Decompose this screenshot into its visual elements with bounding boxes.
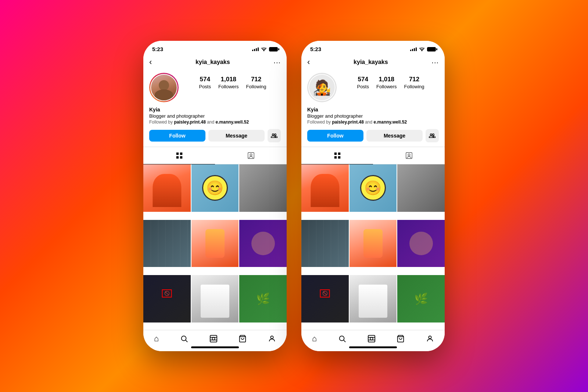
followed-by-label-2: Followed by: [307, 120, 332, 125]
svg-rect-16: [334, 153, 336, 155]
grid-cell-1-6[interactable]: [239, 220, 287, 267]
home-nav-icon-1[interactable]: ⌂: [154, 334, 159, 343]
status-time-1: 5:23: [152, 46, 163, 52]
grid-cell-1-7[interactable]: 🚫: [143, 275, 191, 322]
follower1-1[interactable]: paisley.print.48: [174, 120, 205, 125]
svg-point-6: [250, 154, 252, 156]
bio-followed-2: Followed by paisley.print.48 and e.manny…: [307, 120, 439, 125]
shop-nav-icon-1[interactable]: [239, 335, 247, 343]
battery-icon-1: [269, 47, 278, 51]
stat-followers-2[interactable]: 1,018 Followers: [376, 76, 397, 89]
grid-cell-1-9[interactable]: 🌿: [239, 275, 287, 322]
more-button-2[interactable]: ···: [431, 58, 439, 67]
grid-cell-2-1[interactable]: [301, 164, 349, 212]
stat-posts-number-2: 574: [358, 76, 368, 83]
svg-point-22: [340, 336, 344, 341]
grid-cell-1-8[interactable]: [191, 275, 239, 322]
home-bar-1: [191, 346, 239, 348]
grid-cell-2-7[interactable]: 🚫: [301, 275, 349, 322]
grid-cell-2-6[interactable]: [397, 220, 445, 267]
more-button-1[interactable]: ···: [273, 58, 281, 67]
message-button-2[interactable]: Message: [366, 130, 423, 142]
bio-desc-1: Blogger and photographer: [149, 113, 281, 119]
shop-nav-icon-2[interactable]: [397, 335, 405, 343]
stat-posts-label-1: Posts: [199, 84, 211, 89]
back-button-2[interactable]: ‹: [307, 57, 310, 67]
profile-nav-icon-2[interactable]: [426, 335, 434, 343]
grid-cell-2-8[interactable]: [349, 275, 397, 322]
bio-name-2: Kyia: [307, 107, 439, 113]
stat-posts-1[interactable]: 574 Posts: [199, 76, 211, 89]
stat-followers-number-1: 1,018: [221, 76, 237, 83]
stat-followers-number-2: 1,018: [379, 76, 395, 83]
stat-following-1[interactable]: 712 Following: [246, 76, 266, 89]
grid-cell-1-3[interactable]: [239, 164, 287, 212]
follower2-1[interactable]: e.manny.well.52: [216, 120, 249, 125]
grid-icon-1: [175, 152, 183, 160]
status-icons-1: [252, 47, 278, 51]
stat-posts-2[interactable]: 574 Posts: [357, 76, 369, 89]
profile-header-1: ‹ kyia_kayaks ···: [143, 54, 287, 70]
svg-rect-4: [180, 156, 182, 158]
bio-followed-1: Followed by paisley.print.48 and e.manny…: [149, 120, 281, 125]
and-label-2: and: [364, 120, 374, 125]
action-buttons-1: Follow Message: [143, 129, 287, 147]
avatar-wrapper-1[interactable]: [149, 73, 179, 102]
add-user-button-2[interactable]: [426, 129, 439, 142]
grid-cell-1-2[interactable]: 😊: [191, 164, 239, 212]
signal-icon-1: [252, 47, 259, 51]
reels-nav-icon-2[interactable]: [368, 335, 376, 343]
grid-cell-1-5[interactable]: [191, 220, 239, 267]
grid-cell-1-4[interactable]: [143, 220, 191, 267]
stat-following-2[interactable]: 712 Following: [404, 76, 424, 89]
grid-cell-1-1[interactable]: [143, 164, 191, 212]
follow-button-2[interactable]: Follow: [307, 130, 363, 142]
wifi-icon-1: [261, 47, 267, 51]
follower2-2[interactable]: e.manny.well.52: [374, 120, 407, 125]
action-buttons-2: Follow Message: [301, 129, 445, 147]
followed-by-label-1: Followed by: [149, 120, 174, 125]
home-indicator-1: [143, 345, 287, 351]
grid-cell-2-2[interactable]: 😊: [349, 164, 397, 212]
signal-icon-2: [410, 47, 417, 51]
bio-desc-2: Blogger and photographer: [307, 113, 439, 119]
back-button-1[interactable]: ‹: [149, 57, 152, 67]
status-bar-1: 5:23: [143, 41, 287, 54]
photo-grid-2: 😊 🚫: [301, 164, 445, 330]
bio-section-2: Kyia Blogger and photographer Followed b…: [301, 107, 445, 129]
svg-point-29: [429, 336, 431, 339]
search-nav-icon-2[interactable]: [338, 335, 346, 343]
grid-cell-2-5[interactable]: [349, 220, 397, 267]
add-person-icon-1: [271, 132, 277, 139]
add-user-button-1[interactable]: [268, 129, 281, 142]
grid-cell-2-4[interactable]: [301, 220, 349, 267]
stats-row-2: 574 Posts 1,018 Followers 712 Following: [343, 73, 439, 89]
grid-cell-2-9[interactable]: 🌿: [397, 275, 445, 322]
svg-rect-1: [176, 153, 178, 155]
avatar-inner-2: 🧑‍🎤: [308, 74, 336, 101]
stat-followers-1[interactable]: 1,018 Followers: [218, 76, 239, 89]
tab-grid-2[interactable]: [301, 147, 373, 164]
tab-grid-1[interactable]: [143, 147, 215, 164]
tab-tagged-1[interactable]: [215, 147, 287, 164]
stat-posts-number-1: 574: [200, 76, 210, 83]
phone-2: 5:23 ‹ kyia_kayaks ··· 🧑‍🎤: [301, 41, 445, 351]
avatar-photo-1: [151, 75, 177, 100]
svg-rect-9: [210, 335, 216, 342]
username-2: kyia_kayaks: [354, 59, 388, 65]
profile-nav-icon-1[interactable]: [268, 335, 276, 343]
tab-tagged-2[interactable]: [373, 147, 445, 164]
avatar-memoji-2: 🧑‍🎤: [309, 75, 335, 100]
follow-button-1[interactable]: Follow: [149, 130, 205, 142]
grid-cell-2-3[interactable]: [397, 164, 445, 212]
avatar-wrapper-2[interactable]: 🧑‍🎤: [307, 73, 337, 102]
reels-nav-icon-1[interactable]: [209, 335, 218, 343]
search-nav-icon-1[interactable]: [180, 335, 188, 343]
svg-rect-19: [338, 156, 340, 158]
home-nav-icon-2[interactable]: ⌂: [312, 334, 317, 343]
svg-line-23: [344, 340, 345, 342]
profile-info-1: 574 Posts 1,018 Followers 712 Following: [143, 70, 287, 107]
message-button-1[interactable]: Message: [208, 130, 265, 142]
svg-rect-17: [338, 153, 340, 155]
follower1-2[interactable]: paisley.print.48: [332, 120, 363, 125]
